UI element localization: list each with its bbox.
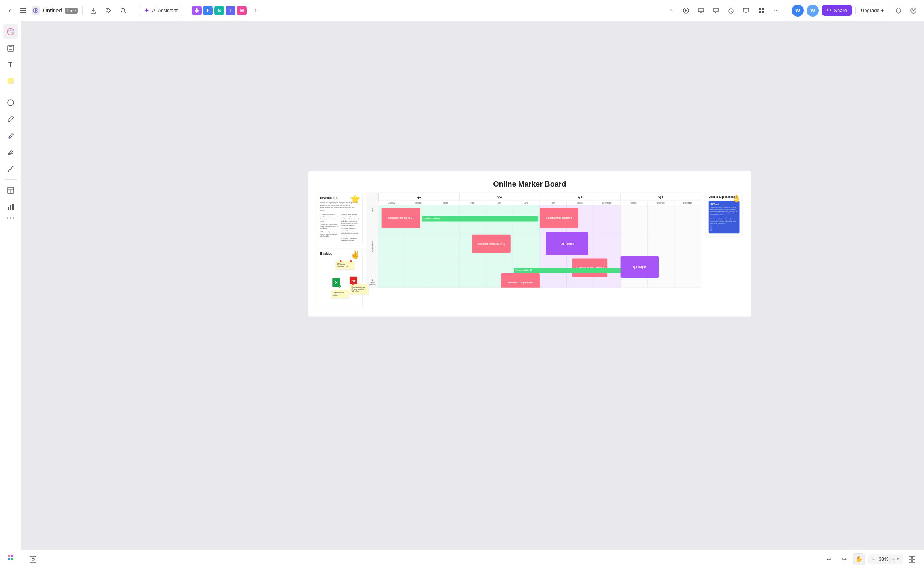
play-button[interactable] <box>680 5 692 17</box>
instr-item-4: ④ Allocate these tasks to the quarters o… <box>341 214 359 226</box>
y-low: ↓ nice toget done <box>369 278 375 286</box>
comment-button[interactable] <box>710 5 722 17</box>
share-icon <box>827 8 831 13</box>
svg-rect-29 <box>8 78 14 84</box>
sticky-million: The total number of user reached 20 mill… <box>350 284 368 295</box>
zoom-in-button[interactable]: + <box>892 556 895 563</box>
hand-tool-button[interactable]: ✋ <box>853 553 865 565</box>
sidebar-item-shapes[interactable] <box>3 95 18 110</box>
grid-button[interactable] <box>755 5 767 17</box>
search-button[interactable] <box>117 5 129 17</box>
share-button[interactable]: Share <box>822 5 852 16</box>
svg-point-11 <box>196 11 198 13</box>
ai-label: AI Assistant <box>152 8 178 13</box>
zoom-control[interactable]: − 38% + ▾ <box>868 554 903 564</box>
zoom-dropdown-button[interactable]: ▾ <box>897 557 899 562</box>
svg-point-23 <box>8 30 9 32</box>
card-q3-third-goal: Subsequent third goal for Q3 <box>540 208 578 228</box>
undo-button[interactable]: ↩ <box>823 553 835 565</box>
expand-button[interactable]: › <box>665 5 677 17</box>
zoom-out-button[interactable]: − <box>872 556 875 563</box>
plugin-m[interactable]: M <box>237 6 247 15</box>
svg-rect-17 <box>762 8 764 10</box>
star-decoration: ⭐ <box>350 195 360 203</box>
sticky-activity-text: Increase user activity <box>333 292 344 296</box>
plugin-p[interactable]: P <box>203 6 213 15</box>
backlog-panel: Backlog ✌️ 70% user retention rate X ✓ <box>317 248 363 308</box>
svg-point-38 <box>8 555 10 557</box>
detail-content-title: Q3 Target <box>710 203 737 205</box>
sticky-activity: Increase user activity <box>331 290 348 298</box>
topbar-right: › ⋯ W W Share Upgrade + <box>665 5 919 17</box>
redo-button[interactable]: ↪ <box>838 553 850 565</box>
add-frame-button[interactable] <box>27 553 39 565</box>
more-options-button[interactable]: ⋯ <box>770 5 782 17</box>
sidebar-item-palette[interactable] <box>3 24 18 39</box>
excel-check: ✓ <box>338 285 341 288</box>
free-badge: Free <box>65 8 78 14</box>
svg-point-26 <box>11 32 12 33</box>
board-page: Online Marker Board Instructions To help… <box>308 171 751 317</box>
sidebar-item-sticky[interactable] <box>3 74 18 89</box>
hamburger-button[interactable] <box>18 5 29 16</box>
present-button[interactable] <box>695 5 707 17</box>
sidebar-item-line[interactable] <box>3 161 18 176</box>
map-view-button[interactable] <box>906 553 918 565</box>
bar-prep-q4: Preparation for Q4 <box>514 268 633 273</box>
sidebar-item-text[interactable]: T <box>3 57 18 72</box>
instr-item-6: ⑥ Wish you a happy and productive new ye… <box>341 237 359 241</box>
plugin-t[interactable]: T <box>226 6 235 15</box>
svg-rect-28 <box>9 47 12 50</box>
notification-button[interactable] <box>892 5 904 17</box>
sticky-retention: 70% user retention rate <box>335 261 354 269</box>
sidebar-dots <box>7 217 14 219</box>
svg-rect-42 <box>30 556 36 562</box>
peace-decoration: ✌️ <box>350 251 360 258</box>
y-axis: high ↑ Prioritization ↓ nice toget done <box>367 205 378 287</box>
sticky-retention-text: 70% user retention rate <box>337 263 348 267</box>
svg-point-21 <box>913 12 914 12</box>
svg-rect-19 <box>762 11 764 13</box>
screen-button[interactable] <box>740 5 752 17</box>
bottom-left <box>27 553 39 565</box>
plugin-figma[interactable] <box>192 6 202 15</box>
instructions-col-2: ④ Allocate these tasks to the quarters o… <box>341 214 359 241</box>
sidebar-item-chart[interactable] <box>3 199 18 214</box>
sidebar-item-eraser[interactable] <box>3 145 18 160</box>
timer-button[interactable] <box>725 5 737 17</box>
detail-panel: Detailed Explanations 👌 Q3 Target To be … <box>706 193 743 236</box>
zoom-level: 38% <box>877 556 891 562</box>
month-cells: January February March April May June Ju… <box>378 201 701 205</box>
sidebar-item-table[interactable] <box>3 183 18 198</box>
sidebar-item-brush[interactable] <box>3 128 18 143</box>
card-q2-first-goal: Subsequent first goal for Q2 <box>501 273 540 288</box>
back-button[interactable]: ‹ <box>5 5 15 16</box>
more-plugins-button[interactable]: › <box>250 5 262 17</box>
instr-item-2: ② If you're a team, use the voting featu… <box>320 223 338 230</box>
tag-button[interactable] <box>102 5 114 17</box>
y-axis-label: Prioritization <box>371 241 373 252</box>
undo-icon: ↩ <box>827 556 831 563</box>
plugin-s[interactable]: S <box>214 6 224 15</box>
instructions-panel: Instructions To help you organize your n… <box>317 193 363 245</box>
q4-header: Q4 <box>620 193 701 200</box>
help-button[interactable] <box>907 5 919 17</box>
svg-point-22 <box>7 28 14 35</box>
sidebar-item-pen[interactable] <box>3 112 18 127</box>
svg-point-41 <box>11 558 13 560</box>
y-axis-month-space <box>367 201 378 205</box>
sidebar-item-frame[interactable] <box>3 41 18 56</box>
bar-prep-q3: Preparation for Q3 <box>422 216 538 221</box>
upgrade-button[interactable]: Upgrade + <box>855 5 889 16</box>
svg-point-30 <box>8 100 14 106</box>
gantt-top: Q1 Q2 Q3 Q4 <box>367 193 701 200</box>
q2-header: Q2 <box>459 193 540 200</box>
download-button[interactable] <box>87 5 99 17</box>
card-q4-target: Q4 Target <box>620 256 659 278</box>
ai-assistant-button[interactable]: AI Assistant <box>139 5 182 16</box>
svg-rect-2 <box>20 12 26 13</box>
quarter-headers: Q1 Q2 Q3 Q4 <box>378 193 701 200</box>
topbar-left: ‹ Untitled Free AI Assistant P <box>5 5 262 17</box>
sidebar-item-apps[interactable] <box>3 550 18 565</box>
canvas-area[interactable]: Online Marker Board Instructions To help… <box>21 21 924 550</box>
